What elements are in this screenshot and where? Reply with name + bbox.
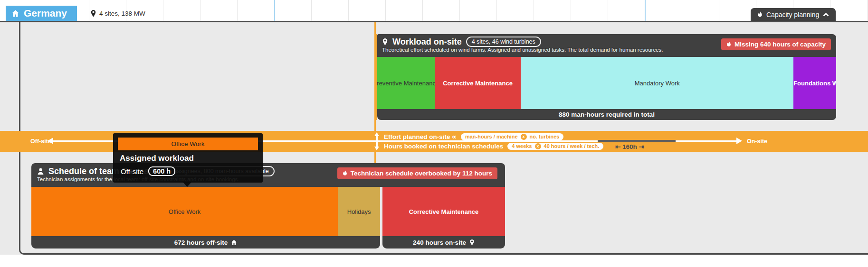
off-site-schedule-bar: Office WorkHolidays [31, 187, 380, 236]
flame-icon [726, 41, 731, 47]
location-pin-icon [90, 10, 96, 17]
bar-segment-holidays[interactable]: Holidays [338, 187, 380, 236]
chevron-up-icon [823, 12, 829, 17]
formula-left: 4 weeks [512, 143, 532, 149]
flame-icon [343, 170, 347, 176]
axis-capacity-segment [598, 140, 676, 142]
effort-planned-label: Effort planned on-site ∝ [384, 133, 457, 140]
workload-on-site-panel: Workload on-site 4 sites, 46 wind turbin… [375, 34, 836, 120]
schedule-panel-header: Schedule of team Germany 5 assignees, 80… [31, 163, 505, 187]
bar-segment-label: Mandatory Work [635, 80, 680, 87]
bar-segment-preventive-maintenance[interactable]: Preventive Maintenance [377, 57, 435, 109]
workload-stacked-bar: Preventive MaintenanceCorrective Mainten… [377, 57, 836, 109]
bar-segment-corrective-maintenance[interactable]: Corrective Maintenance [382, 187, 505, 236]
home-icon [11, 9, 19, 18]
capacity-planning-button[interactable]: Capacity planning [751, 8, 836, 21]
workload-panel-header: Workload on-site 4 sites, 46 wind turbin… [377, 34, 836, 57]
tooltip-title: Assigned workload [120, 154, 263, 163]
region-sites-summary: 4 sites, 138 MW [90, 6, 145, 21]
arrow-up-icon [374, 132, 379, 136]
formula-right: 40 hours / week / tech. [544, 143, 600, 149]
formula-right: no. turbines [530, 134, 560, 139]
bar-segment-label: Holidays [347, 208, 371, 215]
bar-segment-office-work[interactable]: Office Work [31, 187, 338, 236]
on-site-hours-label: 240 hours on-site [413, 239, 466, 246]
capacity-planning-label: Capacity planning [766, 11, 819, 18]
on-site-arrow-icon [736, 138, 742, 144]
workload-sites-badge: 4 sites, 46 wind turbines [466, 37, 541, 47]
missing-capacity-label: Missing 640 hours of capacity [734, 41, 826, 48]
on-site-schedule-bar: Corrective Maintenance [382, 187, 505, 236]
off-site-hours-footer: 672 hours off-site [31, 236, 380, 249]
effort-formula-pill[interactable]: man-hours / machine x no. turbines [461, 133, 564, 140]
on-site-hours-footer: 240 hours on-site [382, 236, 505, 249]
axis-line [676, 140, 737, 142]
timeline-header-bar: Germany 4 sites, 138 MW Capacity plannin… [0, 0, 868, 21]
flame-icon [757, 11, 763, 18]
overbooked-alert[interactable]: Technician schedule overbooked by 112 ho… [337, 167, 497, 179]
axis-scale-label: ⇤ 160h ⇥ [615, 143, 644, 150]
tooltip-location-label: Off-site [121, 167, 143, 175]
bar-segment-label: Foundations Work [793, 80, 836, 87]
tooltip-hours-row: Off-site 600 h [121, 166, 263, 176]
effort-planned-row: Effort planned on-site ∝ man-hours / mac… [384, 132, 603, 141]
off-site-hours-label: 672 hours off-site [174, 239, 228, 246]
timeline-gridline-blue [274, 0, 275, 21]
tooltip-caret-icon [183, 182, 191, 187]
multiply-icon: x [521, 134, 527, 140]
bar-segment-label: Corrective Maintenance [409, 208, 479, 215]
on-site-axis-label: On-site [747, 138, 767, 145]
timeline-gridline-blue [645, 0, 646, 21]
location-pin-icon [382, 38, 388, 46]
person-icon [37, 168, 44, 175]
missing-capacity-alert[interactable]: Missing 640 hours of capacity [721, 38, 831, 50]
bar-segment-label: Corrective Maintenance [443, 80, 513, 87]
bar-segment-corrective-maintenance[interactable]: Corrective Maintenance [435, 57, 521, 109]
bar-segment-mandatory-work[interactable]: Mandatory Work [521, 57, 793, 109]
booked-formula-pill[interactable]: 4 weeks x 40 hours / week / tech. [507, 143, 603, 150]
workload-panel-title: Workload on-site [392, 37, 462, 47]
schedule-panel: Schedule of team Germany 5 assignees, 80… [31, 163, 505, 249]
hours-booked-row: Hours booked on technician schedules 4 w… [384, 141, 603, 151]
axis-updown-arrow [376, 135, 378, 147]
bar-segment-foundations-work[interactable]: Foundations Work [793, 57, 836, 109]
house-icon [231, 239, 237, 246]
arrow-down-icon [374, 147, 379, 150]
region-tab-germany[interactable]: Germany [6, 6, 77, 21]
workload-total-label: 880 man-hours required in total [559, 111, 655, 118]
sites-summary-label: 4 sites, 138 MW [99, 10, 145, 17]
hours-booked-label: Hours booked on technician schedules [384, 143, 503, 150]
tooltip-segment-bar: Office Work [118, 138, 258, 150]
segment-tooltip: Office Work Assigned workload Off-site 6… [113, 133, 263, 183]
tooltip-hours-value: 600 h [148, 166, 175, 176]
location-pin-icon [469, 239, 475, 246]
bar-segment-label: Preventive Maintenance [377, 80, 435, 87]
multiply-icon: x [535, 143, 541, 149]
overbooked-label: Technician schedule overbooked by 112 ho… [351, 170, 492, 177]
bar-segment-label: Office Work [169, 208, 200, 215]
region-tab-label: Germany [24, 8, 67, 19]
workload-total-footer: 880 man-hours required in total [377, 109, 836, 120]
formula-left: man-hours / machine [465, 134, 518, 139]
